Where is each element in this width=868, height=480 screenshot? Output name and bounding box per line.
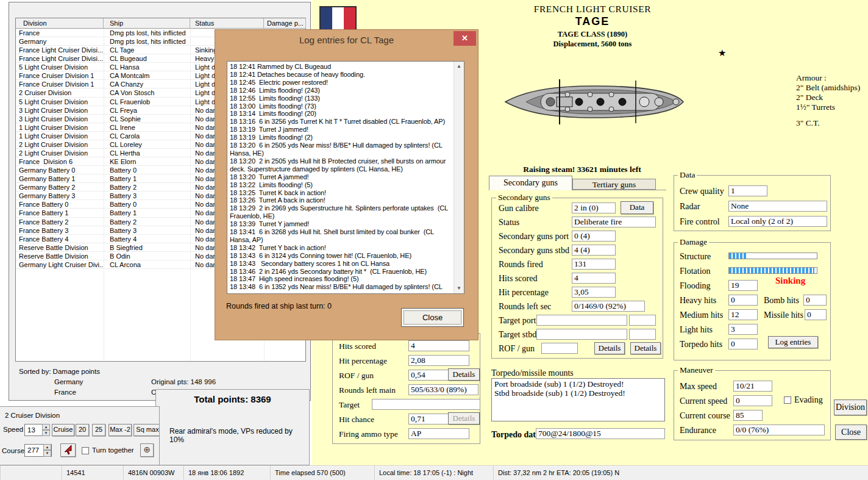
value-field[interactable]: 0/1469/0 (92%) <box>572 301 645 312</box>
column-header[interactable]: Status <box>190 18 264 29</box>
value-field[interactable]: 4 <box>408 340 469 351</box>
value-field[interactable] <box>536 315 627 326</box>
details-button[interactable]: Details <box>448 368 480 381</box>
ship-close-button[interactable]: Close <box>835 424 867 440</box>
table-row-cell[interactable]: Battery 3 <box>110 192 190 200</box>
table-row-cell[interactable]: Battery 4 <box>110 235 190 243</box>
target-extra-field[interactable] <box>629 329 656 340</box>
column-header[interactable]: Damage p... <box>264 18 306 29</box>
value-field[interactable]: 10/21 <box>733 381 772 392</box>
table-row-cell[interactable]: Battery 2 <box>110 218 190 226</box>
table-row-cell[interactable]: Germany Light Cruiser Divi... <box>19 260 104 269</box>
table-row-cell[interactable]: Germany Battery 1 <box>19 174 104 183</box>
value-field[interactable]: 2,08 <box>408 355 469 366</box>
torpedo-data-field[interactable]: 700@24/1800@15 <box>536 428 665 439</box>
value-field[interactable]: 0 <box>805 309 827 320</box>
speed-preset-button[interactable]: Sq max <box>133 424 160 436</box>
table-row-cell[interactable]: CL Carola <box>110 132 190 140</box>
value-field[interactable]: 4 <box>572 273 616 284</box>
table-row-cell[interactable]: Germany Battery 3 <box>19 192 104 200</box>
scroll-down-icon[interactable]: ▼ <box>454 284 464 293</box>
table-row-cell[interactable]: CL Frauenlob <box>110 98 190 106</box>
value-field[interactable] <box>536 329 627 340</box>
stepper-up-icon[interactable]: ▲ <box>43 444 51 450</box>
table-row-cell[interactable]: Battery 1 <box>110 209 190 217</box>
value-field[interactable]: AP <box>408 428 469 439</box>
value-field[interactable]: 3,05 <box>572 287 616 298</box>
column-header[interactable]: Ship <box>104 18 190 29</box>
value-field[interactable] <box>541 343 578 354</box>
target-extra-field[interactable] <box>629 315 656 326</box>
value-field[interactable]: 0 <box>803 295 827 306</box>
table-row-cell[interactable]: CL Bugeaud <box>110 54 190 63</box>
stepper-down-icon[interactable]: ▼ <box>42 430 50 436</box>
value-field[interactable]: 2 in (0) <box>572 202 616 213</box>
table-row-cell[interactable]: Battery 0 <box>110 200 190 209</box>
details-button[interactable]: Details <box>630 342 661 354</box>
table-row-cell[interactable]: France Light Cruiser Divisi... <box>19 46 104 54</box>
table-row-cell[interactable]: Dmg pts lost, hits inflicted <box>110 29 190 37</box>
value-field[interactable]: None <box>728 201 827 212</box>
table-row-cell[interactable]: 2 Cruiser Division <box>19 88 104 97</box>
value-field[interactable]: Local only (2 of 2) <box>728 216 827 227</box>
table-row-cell[interactable]: 1 Light Cruiser Division <box>19 123 104 132</box>
value-field[interactable]: 1 <box>728 185 767 196</box>
table-row-cell[interactable]: Germany <box>19 37 104 46</box>
table-row-cell[interactable]: Reserve Battle Division <box>19 243 104 252</box>
details-button[interactable]: Details <box>594 342 625 354</box>
table-row-cell[interactable]: Germany Battery 0 <box>19 166 104 174</box>
table-row-cell[interactable]: CL Freya <box>110 106 190 115</box>
torpedo-mounts-listbox[interactable]: Port broadside (sub) 1 (1/2) Destroyed!S… <box>491 378 665 421</box>
division-button[interactable]: Division <box>834 399 867 415</box>
table-row-cell[interactable]: Dmg pts lost, hits inflicted <box>110 37 190 46</box>
turn-together-checkbox[interactable] <box>82 447 89 454</box>
log-listbox[interactable]: 18 12:41 Rammed by CL Bugeaud18 12:41 De… <box>227 61 464 294</box>
table-row-cell[interactable]: France Battery 1 <box>19 209 104 217</box>
value-field[interactable]: 12 <box>728 309 758 320</box>
value-field[interactable]: 0 (4) <box>572 231 616 242</box>
table-row-cell[interactable]: B Siegfried <box>110 243 190 252</box>
table-row-cell[interactable]: CA Von Stosch <box>110 88 190 97</box>
evading-checkbox[interactable] <box>784 396 791 404</box>
stepper-up-icon[interactable]: ▲ <box>42 424 50 430</box>
table-row-cell[interactable]: Battery 3 <box>110 226 190 235</box>
log-entries-button[interactable]: Log entries <box>768 336 818 348</box>
value-field[interactable]: 0 <box>728 295 758 306</box>
table-row-cell[interactable]: Battery 0 <box>110 166 190 174</box>
speed-preset-button[interactable]: 20 <box>76 424 89 436</box>
value-field[interactable]: 4 (4) <box>572 245 616 256</box>
value-field[interactable]: 19 <box>728 280 758 291</box>
value-field[interactable]: Deliberate fire <box>572 217 656 227</box>
value-field[interactable]: 3 <box>728 324 758 335</box>
value-field[interactable]: 131 <box>572 259 616 270</box>
table-row-cell[interactable]: France Battery 4 <box>19 235 104 243</box>
table-row-cell[interactable]: CL Hertha <box>110 149 190 157</box>
table-row-cell[interactable]: 3 Light Cruiser Division <box>19 106 104 115</box>
scroll-up-icon[interactable]: ▲ <box>454 62 464 71</box>
tab-secondary-guns[interactable]: Secondary guns <box>489 176 572 190</box>
value-field[interactable]: 0 <box>728 339 758 349</box>
stepper-down-icon[interactable]: ▼ <box>43 450 51 457</box>
table-row-cell[interactable]: France <box>19 29 104 37</box>
value-field[interactable]: 0/0 (76%) <box>733 424 825 435</box>
table-row-cell[interactable]: France Battery 2 <box>19 218 104 226</box>
table-row-cell[interactable]: CA Chanzy <box>110 80 190 88</box>
course-arrow-button[interactable] <box>60 443 76 457</box>
table-row-cell[interactable]: Reserve Battle Division <box>19 252 104 260</box>
table-row-cell[interactable]: CL Sophie <box>110 115 190 123</box>
table-row-cell[interactable]: 2 Light Cruiser Division <box>19 149 104 157</box>
column-header[interactable]: Division <box>16 18 104 29</box>
table-row-cell[interactable]: France Light Cruiser Divisi... <box>19 54 104 63</box>
dialog-close-button[interactable]: Close <box>401 308 464 327</box>
table-row-cell[interactable]: CA Montcalm <box>110 71 190 80</box>
table-row-cell[interactable]: 3 Light Cruiser Division <box>19 115 104 123</box>
table-row-cell[interactable]: 2 Light Cruiser Division <box>19 140 104 149</box>
table-row-cell[interactable]: Battery 1 <box>110 174 190 183</box>
close-icon[interactable]: ✕ <box>454 31 476 46</box>
table-row-cell[interactable]: CL Tage <box>110 46 190 54</box>
value-field[interactable]: 505/633/0 (89%) <box>408 384 478 395</box>
table-row-cell[interactable]: France Division 6 <box>19 157 104 166</box>
value-field[interactable] <box>372 399 480 410</box>
table-row-cell[interactable]: KE Elorn <box>110 157 190 166</box>
speed-preset-button[interactable]: Max -2 <box>108 424 132 436</box>
